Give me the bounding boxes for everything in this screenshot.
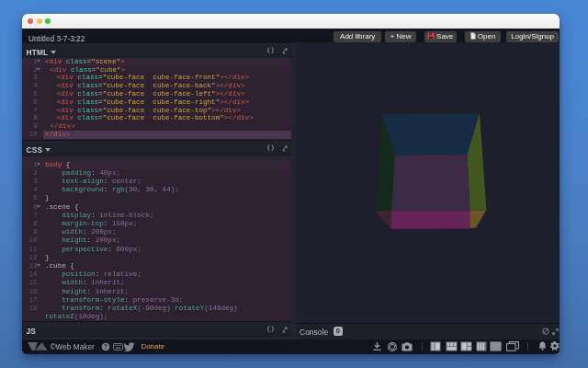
svg-text:?: ? xyxy=(104,343,107,350)
